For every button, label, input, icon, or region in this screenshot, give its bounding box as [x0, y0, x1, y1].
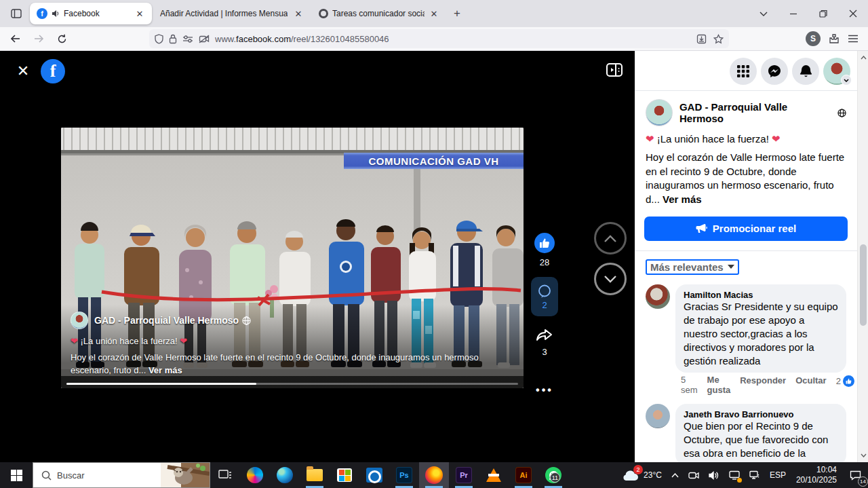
microsoft-store-button[interactable] [330, 462, 359, 488]
edge-button[interactable] [270, 462, 300, 488]
language-indicator[interactable]: ESP [765, 462, 791, 488]
vlc-button[interactable] [479, 462, 509, 488]
divider [635, 250, 857, 251]
messenger-button[interactable] [761, 58, 788, 85]
comment-author[interactable]: Janeth Bravo Barrionuevo [684, 409, 838, 419]
see-more-link[interactable]: Ver más [149, 365, 182, 375]
tab-title: Facebook [64, 9, 100, 18]
page-name-text: GAD - Parroquial Valle Hermoso [679, 101, 834, 124]
page-name[interactable]: GAD - Parroquial Valle Hermoso [94, 315, 251, 326]
lock-icon[interactable] [169, 34, 177, 44]
close-reel-icon[interactable]: ✕ [14, 62, 33, 81]
notification-center-button[interactable]: 14 [842, 462, 868, 488]
firefox-view-icon[interactable] [5, 4, 27, 23]
like-button[interactable] [534, 233, 555, 253]
network-icon [749, 470, 760, 480]
network-button[interactable] [745, 462, 765, 488]
firefox-button[interactable] [419, 462, 449, 488]
task-view-button[interactable] [210, 462, 240, 488]
language-label: ESP [770, 470, 786, 480]
copilot-button[interactable] [240, 462, 270, 488]
time-label: 10:04 [796, 465, 837, 475]
apps-menu-button[interactable] [730, 58, 757, 85]
save-to-pocket-icon[interactable] [696, 34, 707, 44]
window-minimize-button[interactable] [778, 0, 808, 27]
scroll-down-icon[interactable] [858, 450, 868, 461]
chevron-up-icon [671, 473, 679, 478]
video-camera-icon [688, 471, 699, 480]
facebook-logo[interactable]: f [41, 59, 65, 83]
comment-hide-link[interactable]: Ocultar [795, 375, 827, 386]
commenter-avatar[interactable] [646, 284, 670, 309]
window-restore-button[interactable] [808, 0, 838, 27]
scroll-up-icon[interactable] [858, 52, 868, 63]
tab-audio-icon[interactable] [52, 10, 60, 18]
hidden-icons-button[interactable] [667, 462, 684, 488]
back-button[interactable] [5, 29, 26, 48]
reload-button[interactable] [52, 29, 72, 48]
commenter-avatar[interactable] [646, 404, 670, 428]
tab-close-icon[interactable]: ✕ [133, 7, 146, 20]
comment-reply-link[interactable]: Responder [740, 375, 786, 386]
windows-logo-icon [11, 470, 22, 481]
previous-reel-button[interactable] [594, 222, 627, 255]
tab-close-icon[interactable]: ✕ [292, 7, 305, 20]
tab-close-icon[interactable]: ✕ [429, 7, 439, 20]
illustrator-button[interactable]: Ai [509, 462, 538, 488]
share-count: 3 [542, 347, 547, 357]
forward-button[interactable] [28, 29, 49, 48]
premiere-button[interactable]: Pr [449, 462, 479, 488]
url-path: /reel/1326010485580046 [291, 34, 389, 44]
comment-sort-dropdown[interactable]: Más relevantes [646, 259, 739, 275]
whatsapp-button[interactable]: 11 [538, 462, 568, 488]
bookmark-star-icon[interactable] [713, 34, 724, 44]
comments-button[interactable]: 2 [531, 277, 558, 316]
page-avatar[interactable] [71, 312, 88, 329]
page-scrollbar[interactable] [857, 51, 868, 462]
taskbar-search-box[interactable]: Buscar [33, 462, 210, 488]
volume-button[interactable] [704, 462, 724, 488]
shield-icon[interactable] [155, 34, 163, 44]
next-reel-button[interactable] [594, 263, 627, 295]
promote-reel-button[interactable]: Promocionar reel [644, 217, 848, 241]
new-tab-button[interactable]: + [448, 4, 467, 23]
tab-facebook[interactable]: f Facebook ✕ [30, 3, 152, 24]
url-bar[interactable]: www.facebook.com/reel/1326010485580046 [149, 29, 729, 48]
url-text[interactable]: www.facebook.com/reel/1326010485580046 [215, 34, 691, 44]
start-button[interactable] [0, 462, 33, 488]
notifications-button[interactable] [792, 58, 819, 85]
see-more-link[interactable]: Ver más [663, 193, 702, 205]
tab-informes[interactable]: Añadir Actividad | Informes Mensua ✕ [153, 3, 311, 24]
comment-author[interactable]: Hamilton Macias [684, 290, 838, 300]
camera-blocked-icon[interactable] [199, 35, 210, 43]
collapse-sidebar-icon[interactable] [606, 63, 623, 77]
clock[interactable]: 10:04 20/10/2025 [791, 465, 842, 485]
share-button[interactable] [536, 327, 553, 343]
video-progress-track[interactable] [66, 383, 518, 385]
permissions-icon[interactable] [182, 35, 193, 43]
file-explorer-button[interactable] [300, 462, 330, 488]
outlook-button[interactable] [359, 462, 389, 488]
comment-text: Gracias Sr Presidente y su equipo de tra… [684, 300, 838, 368]
list-all-tabs-icon[interactable] [749, 0, 778, 27]
extension-s-icon[interactable]: S [806, 31, 821, 46]
url-www: www. [215, 34, 236, 44]
photoshop-button[interactable]: Ps [389, 462, 419, 488]
window-close-button[interactable] [838, 0, 868, 27]
display-settings-button[interactable] [724, 462, 745, 488]
reel-video[interactable]: COMUNICACIÓN GAD VH GAD - Parroquial Val… [61, 128, 524, 388]
weather-widget[interactable]: 2 23°C [616, 462, 667, 488]
tab-title: Tareas comunicador social GAD [332, 9, 425, 18]
more-options-icon[interactable]: ••• [536, 384, 553, 396]
comment-like-link[interactable]: Me gusta [707, 375, 731, 396]
account-avatar-button[interactable] [823, 58, 850, 85]
tab-tareas[interactable]: Tareas comunicador social GAD ✕ [312, 3, 445, 24]
extensions-puzzle-icon[interactable] [829, 33, 840, 44]
menu-hamburger-icon[interactable] [848, 35, 859, 43]
whatsapp-icon: 11 [545, 467, 561, 483]
meet-now-button[interactable] [684, 462, 704, 488]
page-name-link[interactable]: GAD - Parroquial Valle Hermoso [679, 101, 846, 124]
comment-reactions[interactable]: 2 [836, 375, 854, 387]
page-avatar[interactable] [646, 99, 673, 126]
scrollbar-thumb[interactable] [860, 244, 867, 326]
